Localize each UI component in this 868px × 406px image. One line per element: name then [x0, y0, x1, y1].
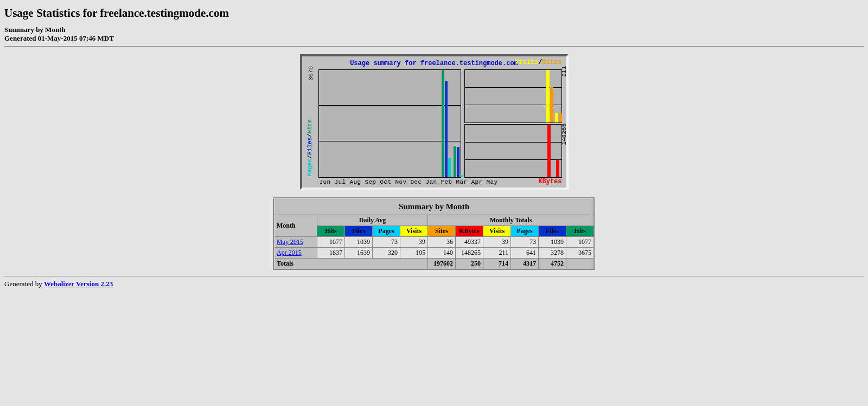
table-title: Summary by Month — [274, 198, 595, 215]
table-row: Apr 2015 1837 1639 320 105 140 148265 21… — [274, 248, 595, 259]
bar-files — [457, 147, 459, 177]
col-pages: Pages — [511, 226, 539, 237]
cell: 1837 — [317, 248, 345, 259]
totals-hits: 4752 — [539, 259, 566, 270]
cell: 39 — [483, 237, 511, 248]
cell: 3278 — [539, 248, 566, 259]
month-link[interactable]: May 2015 — [274, 237, 317, 248]
cell: 3675 — [566, 248, 595, 259]
totals-pages: 714 — [483, 259, 511, 270]
cell: 1639 — [345, 248, 373, 259]
cell: 1077 — [566, 237, 595, 248]
table-row: May 2015 1077 1039 73 39 36 49337 39 73 … — [274, 237, 595, 248]
summary-table: Summary by Month Month Daily Avg Monthly… — [273, 197, 595, 270]
col-visits: Visits — [483, 226, 511, 237]
cell: 105 — [400, 248, 428, 259]
cell: 320 — [373, 248, 400, 259]
col-group-daily: Daily Avg — [317, 215, 428, 226]
cell: 49337 — [456, 237, 483, 248]
legend-visits-sites: Visits/Sites — [515, 59, 561, 66]
totals-files: 4317 — [511, 259, 539, 270]
col-files: Files — [539, 226, 566, 237]
bar-visits — [546, 70, 550, 123]
generated-line: Generated 01-May-2015 07:46 MDT — [4, 34, 864, 43]
legend-left: Pages/Files/Hits — [307, 119, 313, 177]
month-link[interactable]: Apr 2015 — [274, 248, 317, 259]
bar-pages — [448, 158, 451, 177]
cell: 140 — [428, 248, 456, 259]
col-kbytes: KBytes — [456, 226, 483, 237]
chart-panel-left — [318, 69, 461, 178]
totals-visits: 250 — [456, 259, 483, 270]
cell: 1077 — [317, 237, 345, 248]
cell: 641 — [511, 248, 539, 259]
cell: 1039 — [345, 237, 373, 248]
divider — [4, 46, 864, 47]
page-title: Usage Statistics for freelance.testingmo… — [4, 7, 864, 20]
bar-hits — [454, 146, 456, 177]
col-daily-pages: Pages — [373, 226, 400, 237]
bar-sites — [550, 87, 553, 123]
bar-visits — [555, 113, 558, 123]
bar-kbytes — [547, 125, 551, 177]
totals-kbytes: 197602 — [428, 259, 456, 270]
cell: 73 — [511, 237, 539, 248]
bar-sites — [559, 113, 562, 123]
bar-hits — [442, 70, 444, 177]
subtitle: Summary by Month — [4, 25, 864, 34]
bar-files — [445, 81, 448, 177]
cell: 148265 — [456, 248, 483, 259]
usage-chart: Usage summary for freelance.testingmode.… — [300, 54, 569, 190]
ytick-left: 3675 — [308, 66, 314, 80]
cell: 73 — [373, 237, 400, 248]
webalizer-link[interactable]: Webalizer Version 2.23 — [44, 280, 113, 288]
col-daily-hits: Hits — [317, 226, 345, 237]
months-axis: Jun Jul Aug Sep Oct Nov Dec Jan Feb Mar … — [307, 179, 562, 185]
col-daily-files: Files — [345, 226, 373, 237]
col-hits: Hits — [566, 226, 595, 237]
cell: 1039 — [539, 237, 566, 248]
legend-kbytes: KBytes — [538, 178, 561, 185]
col-sites: Sites — [428, 226, 456, 237]
chart-panel-kbytes — [464, 124, 562, 178]
cell: 39 — [400, 237, 428, 248]
bar-kbytes — [556, 160, 559, 177]
totals-row: Totals 197602 250 714 4317 4752 — [274, 259, 595, 270]
footer: Generated by Webalizer Version 2.23 — [4, 280, 864, 288]
col-daily-visits: Visits — [400, 226, 428, 237]
divider — [4, 276, 864, 276]
col-month: Month — [274, 215, 317, 237]
bar-pages — [460, 175, 463, 177]
cell: 211 — [483, 248, 511, 259]
totals-label: Totals — [274, 259, 428, 270]
col-group-monthly: Monthly Totals — [428, 215, 595, 226]
chart-panel-visits-sites — [464, 69, 562, 123]
cell: 36 — [428, 237, 456, 248]
